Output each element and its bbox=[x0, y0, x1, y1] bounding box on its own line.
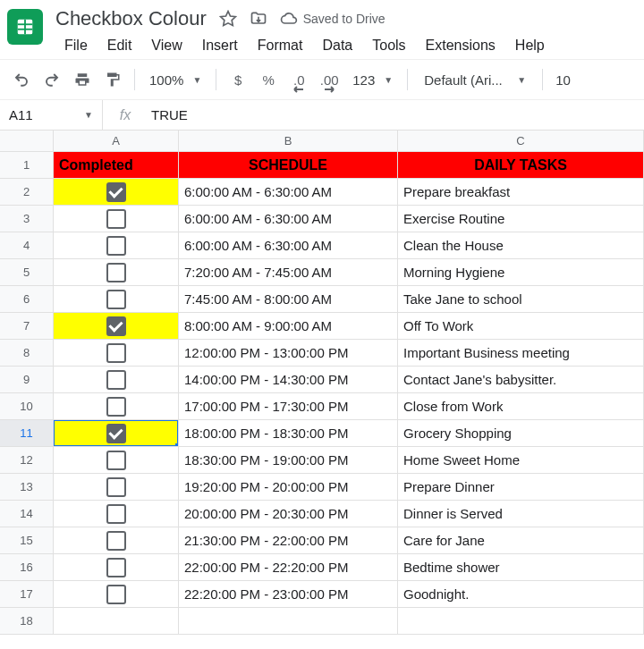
cell-checkbox[interactable] bbox=[54, 206, 179, 232]
row-header[interactable]: 14 bbox=[0, 501, 54, 527]
cell-schedule[interactable]: 17:00:00 PM - 17:30:00 PM bbox=[179, 393, 398, 420]
cell-task[interactable]: Care for Jane bbox=[398, 527, 644, 554]
empty-cell[interactable] bbox=[398, 608, 644, 635]
row-header[interactable]: 17 bbox=[0, 581, 54, 608]
row-header[interactable]: 8 bbox=[0, 340, 54, 367]
cell-task[interactable]: Close from Work bbox=[398, 393, 644, 420]
row-header[interactable]: 4 bbox=[0, 232, 54, 259]
cell-schedule[interactable]: 22:00:00 PM - 22:20:00 PM bbox=[179, 554, 398, 581]
menu-view[interactable]: View bbox=[142, 34, 191, 57]
print-button[interactable] bbox=[70, 67, 95, 92]
increase-decimal-button[interactable]: .00 bbox=[317, 67, 342, 92]
cloud-status[interactable]: Saved to Drive bbox=[280, 10, 386, 28]
menu-file[interactable]: File bbox=[55, 34, 97, 57]
cell-task[interactable]: Bedtime shower bbox=[398, 554, 644, 581]
row-header[interactable]: 6 bbox=[0, 286, 54, 313]
row-header[interactable]: 1 bbox=[0, 152, 54, 179]
cell-checkbox[interactable] bbox=[54, 554, 179, 581]
cell-schedule[interactable]: 7:45:00 AM - 8:00:00 AM bbox=[179, 286, 398, 313]
formula-input[interactable]: TRUE bbox=[148, 107, 644, 122]
checkbox[interactable] bbox=[106, 209, 126, 229]
cell-checkbox[interactable] bbox=[54, 259, 179, 286]
cell-checkbox[interactable] bbox=[54, 367, 179, 393]
menu-edit[interactable]: Edit bbox=[98, 34, 141, 57]
empty-cell[interactable] bbox=[54, 608, 179, 635]
cell-checkbox[interactable] bbox=[54, 286, 179, 313]
cell-checkbox[interactable] bbox=[54, 393, 179, 420]
cell-schedule[interactable]: 21:30:00 PM - 22:00:00 PM bbox=[179, 527, 398, 554]
cell-task[interactable]: Grocery Shopping bbox=[398, 420, 644, 447]
cell-task[interactable]: Important Business meeting bbox=[398, 340, 644, 367]
cell-schedule[interactable]: 7:20:00 AM - 7:45:00 AM bbox=[179, 259, 398, 286]
cell-task[interactable]: Dinner is Served bbox=[398, 501, 644, 527]
row-header[interactable]: 16 bbox=[0, 554, 54, 581]
checkbox[interactable] bbox=[106, 316, 126, 336]
cell-checkbox[interactable] bbox=[54, 474, 179, 501]
checkbox[interactable] bbox=[106, 477, 126, 497]
cell-task[interactable]: Exercise Routine bbox=[398, 206, 644, 232]
checkbox[interactable] bbox=[106, 558, 126, 577]
menu-format[interactable]: Format bbox=[249, 34, 312, 57]
cell-checkbox[interactable] bbox=[54, 179, 179, 206]
cell-checkbox[interactable] bbox=[54, 313, 179, 340]
zoom-dropdown[interactable]: 100% ▼ bbox=[144, 72, 207, 88]
empty-cell[interactable] bbox=[179, 608, 398, 635]
cell-checkbox[interactable] bbox=[54, 420, 179, 447]
paint-format-button[interactable] bbox=[100, 67, 125, 92]
checkbox[interactable] bbox=[106, 236, 126, 256]
menu-help[interactable]: Help bbox=[506, 34, 554, 57]
row-header[interactable]: 11 bbox=[0, 420, 54, 447]
cell-checkbox[interactable] bbox=[54, 527, 179, 554]
checkbox[interactable] bbox=[106, 531, 126, 551]
cell-schedule[interactable]: 18:00:00 PM - 18:30:00 PM bbox=[179, 420, 398, 447]
cell-schedule[interactable]: 6:00:00 AM - 6:30:00 AM bbox=[179, 232, 398, 259]
header-completed[interactable]: Completed bbox=[54, 152, 179, 179]
cell-task[interactable]: Goodnight. bbox=[398, 581, 644, 608]
checkbox[interactable] bbox=[106, 585, 126, 604]
row-header[interactable]: 5 bbox=[0, 259, 54, 286]
row-header[interactable]: 15 bbox=[0, 527, 54, 554]
cell-task[interactable]: Contact Jane's babysitter. bbox=[398, 367, 644, 393]
checkbox[interactable] bbox=[106, 424, 126, 443]
header-schedule[interactable]: SCHEDULE bbox=[179, 152, 398, 179]
document-title[interactable]: Checkbox Colour bbox=[55, 7, 207, 30]
col-header-a[interactable]: A bbox=[54, 131, 179, 152]
checkbox[interactable] bbox=[106, 263, 126, 282]
cell-schedule[interactable]: 8:00:00 AM - 9:00:00 AM bbox=[179, 313, 398, 340]
decrease-decimal-button[interactable]: .0 bbox=[286, 67, 311, 92]
cell-checkbox[interactable] bbox=[54, 581, 179, 608]
checkbox[interactable] bbox=[106, 182, 126, 202]
sheets-logo[interactable] bbox=[7, 9, 43, 45]
row-header[interactable]: 13 bbox=[0, 474, 54, 501]
cell-task[interactable]: Morning Hygiene bbox=[398, 259, 644, 286]
redo-button[interactable] bbox=[39, 67, 64, 92]
font-size-input[interactable]: 10 bbox=[552, 72, 574, 88]
row-header[interactable]: 12 bbox=[0, 447, 54, 474]
row-header[interactable]: 3 bbox=[0, 206, 54, 232]
cell-schedule[interactable]: 19:20:00 PM - 20:00:00 PM bbox=[179, 474, 398, 501]
cell-schedule[interactable]: 14:00:00 PM - 14:30:00 PM bbox=[179, 367, 398, 393]
undo-button[interactable] bbox=[9, 67, 34, 92]
move-icon[interactable] bbox=[250, 10, 267, 28]
font-family-dropdown[interactable]: Default (Ari... ▼ bbox=[417, 72, 533, 88]
star-icon[interactable] bbox=[219, 10, 237, 28]
cell-task[interactable]: Take Jane to school bbox=[398, 286, 644, 313]
checkbox[interactable] bbox=[106, 504, 126, 524]
cell-schedule[interactable]: 22:20:00 PM - 23:00:00 PM bbox=[179, 581, 398, 608]
menu-data[interactable]: Data bbox=[313, 34, 361, 57]
row-header[interactable]: 9 bbox=[0, 367, 54, 393]
cell-task[interactable]: Off To Work bbox=[398, 313, 644, 340]
cell-schedule[interactable]: 6:00:00 AM - 6:30:00 AM bbox=[179, 206, 398, 232]
select-all-corner[interactable] bbox=[0, 131, 54, 152]
cell-task[interactable]: Prepare breakfast bbox=[398, 179, 644, 206]
row-header[interactable]: 10 bbox=[0, 393, 54, 420]
name-box[interactable]: A11 ▼ bbox=[0, 100, 103, 130]
row-header[interactable]: 7 bbox=[0, 313, 54, 340]
cell-schedule[interactable]: 18:30:00 PM - 19:00:00 PM bbox=[179, 447, 398, 474]
cell-schedule[interactable]: 12:00:00 PM - 13:00:00 PM bbox=[179, 340, 398, 367]
cell-schedule[interactable]: 6:00:00 AM - 6:30:00 AM bbox=[179, 179, 398, 206]
format-percent-button[interactable]: % bbox=[256, 67, 281, 92]
checkbox[interactable] bbox=[106, 290, 126, 309]
col-header-b[interactable]: B bbox=[179, 131, 398, 152]
menu-insert[interactable]: Insert bbox=[193, 34, 247, 57]
